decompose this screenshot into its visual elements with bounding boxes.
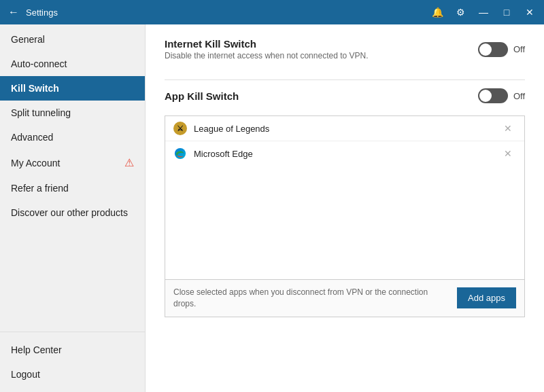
app-name-lol: League of Legends: [194, 124, 500, 134]
list-item: ⚔ League of Legends ✕: [165, 116, 524, 141]
app-kill-switch-toggle[interactable]: [478, 88, 508, 103]
app-kill-switch-toggle-group: Off: [478, 88, 525, 103]
sidebar-item-advanced-label: Advanced: [11, 132, 53, 143]
bell-icon[interactable]: 🔔: [431, 7, 443, 18]
sidebar-item-advanced[interactable]: Advanced: [0, 125, 145, 149]
section-divider: [165, 79, 525, 80]
sidebar-item-split-tunneling[interactable]: Split tunneling: [0, 101, 145, 125]
app-list-container: ⚔ League of Legends ✕: [165, 115, 525, 317]
remove-edge-button[interactable]: ✕: [500, 147, 516, 160]
minimize-button[interactable]: —: [477, 7, 490, 18]
internet-kill-switch-toggle-knob: [479, 43, 492, 56]
app-kill-switch-section: App Kill Switch Off ⚔ League of Legends …: [165, 88, 525, 317]
window-controls: 🔔 ⚙ — □ ✕: [431, 7, 536, 18]
sidebar-item-general[interactable]: General: [0, 27, 145, 52]
sidebar-item-kill-switch-label: Kill Switch: [11, 83, 59, 94]
app-kill-switch-row: App Kill Switch Off: [165, 88, 525, 109]
main-layout: General Auto-connect Kill Switch Split t…: [0, 24, 544, 392]
footer-description: Close selected apps when you disconnect …: [173, 287, 432, 310]
internet-kill-switch-toggle-group: Off: [478, 42, 525, 57]
title-bar: ← Settings 🔔 ⚙ — □ ✕: [0, 0, 544, 24]
app-list: ⚔ League of Legends ✕: [165, 116, 524, 279]
remove-lol-button[interactable]: ✕: [500, 122, 516, 135]
sidebar: General Auto-connect Kill Switch Split t…: [0, 24, 146, 392]
warning-icon: ⚠: [124, 156, 134, 169]
app-kill-switch-toggle-label: Off: [513, 91, 525, 101]
app-list-footer: Close selected apps when you disconnect …: [165, 279, 524, 317]
edge-icon: [173, 147, 187, 160]
internet-kill-switch-section: Internet Kill Switch Disable the interne…: [165, 38, 525, 66]
app-kill-switch-toggle-knob: [479, 90, 492, 102]
content-area: Internet Kill Switch Disable the interne…: [146, 24, 544, 392]
app-name-edge: Microsoft Edge: [194, 149, 500, 159]
maximize-button[interactable]: □: [500, 7, 513, 18]
sidebar-item-split-tunneling-label: Split tunneling: [11, 107, 71, 118]
back-button[interactable]: ←: [8, 6, 19, 18]
sidebar-item-auto-connect[interactable]: Auto-connect: [0, 52, 145, 76]
window-title: Settings: [26, 7, 431, 18]
internet-kill-switch-toggle[interactable]: [478, 42, 508, 57]
sidebar-item-help-center-label: Help Center: [11, 344, 62, 355]
add-apps-button[interactable]: Add apps: [457, 287, 516, 308]
sidebar-nav: General Auto-connect Kill Switch Split t…: [0, 24, 145, 332]
sidebar-item-auto-connect-label: Auto-connect: [11, 58, 67, 69]
sidebar-item-logout-label: Logout: [11, 369, 40, 380]
internet-kill-switch-title: Internet Kill Switch: [165, 38, 369, 50]
sidebar-item-refer-a-friend-label: Refer a friend: [11, 183, 69, 194]
list-item: Microsoft Edge ✕: [165, 141, 524, 166]
internet-kill-switch-info: Internet Kill Switch Disable the interne…: [165, 38, 369, 60]
sidebar-item-kill-switch[interactable]: Kill Switch: [0, 76, 145, 101]
sidebar-item-logout[interactable]: Logout: [0, 362, 145, 387]
sidebar-bottom: Help Center Logout: [0, 332, 145, 392]
internet-kill-switch-desc: Disable the internet access when not con…: [165, 51, 369, 60]
sidebar-item-help-center[interactable]: Help Center: [0, 338, 145, 362]
sidebar-item-discover-label: Discover our other products: [11, 207, 128, 218]
sidebar-item-discover[interactable]: Discover our other products: [0, 200, 145, 225]
gear-icon[interactable]: ⚙: [454, 7, 466, 18]
sidebar-item-refer-a-friend[interactable]: Refer a friend: [0, 176, 145, 200]
close-button[interactable]: ✕: [524, 7, 536, 18]
sidebar-item-my-account-label: My Account: [11, 158, 60, 168]
sidebar-item-general-label: General: [11, 34, 45, 45]
app-kill-switch-title: App Kill Switch: [165, 90, 239, 102]
internet-kill-switch-row: Internet Kill Switch Disable the interne…: [165, 38, 525, 66]
sidebar-item-my-account[interactable]: My Account ⚠: [0, 149, 145, 176]
lol-icon: ⚔: [173, 122, 187, 135]
internet-kill-switch-toggle-label: Off: [513, 44, 525, 54]
